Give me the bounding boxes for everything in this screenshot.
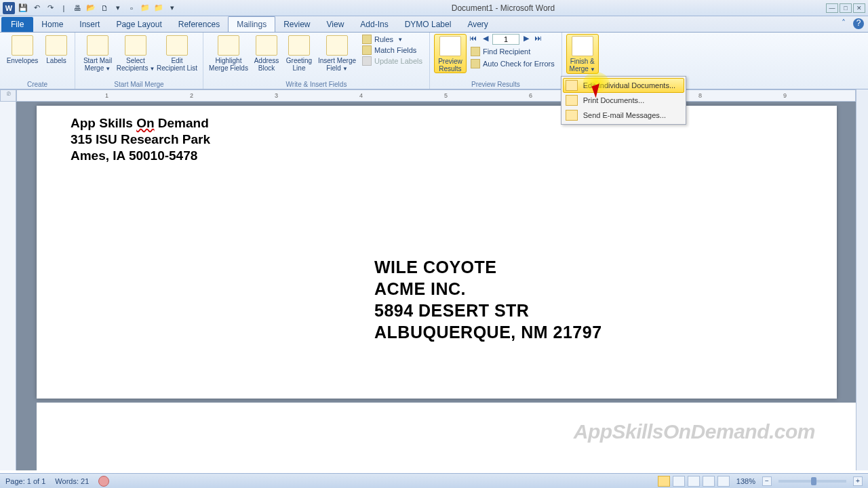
finish-merge-dropdown: Edit Individual Documents... Print Docum… (561, 76, 686, 125)
envelopes-button[interactable]: Envelopes (4, 34, 41, 64)
qat-more1[interactable]: ▾ (113, 3, 123, 14)
first-record-button[interactable]: ⏮ (468, 34, 479, 45)
zoom-in-button[interactable]: + (853, 476, 863, 486)
envelope-page[interactable]: App Skills On Demand 315 ISU Research Pa… (37, 106, 837, 399)
outline-view[interactable] (703, 476, 715, 487)
tab-mailings[interactable]: Mailings (228, 16, 275, 32)
help-icon[interactable]: ? (853, 18, 864, 29)
qat-customize[interactable]: ▾ (167, 3, 178, 14)
start-mail-merge-button[interactable]: Start MailMerge▼ (79, 34, 116, 73)
record-number-input[interactable] (492, 34, 519, 45)
draft-view[interactable] (717, 476, 730, 487)
minimize-button[interactable]: — (826, 3, 838, 13)
new-icon[interactable]: 🗋 (99, 3, 110, 14)
group-create: Envelopes Labels Create (0, 33, 75, 89)
word-count[interactable]: Words: 21 (55, 477, 89, 485)
address-block-button[interactable]: AddressBlock (251, 34, 282, 72)
tab-avery[interactable]: Avery (459, 17, 496, 32)
next-page-area: AppSkillsOnDemand.com (37, 403, 856, 470)
quick-access-toolbar: W 💾 ↶ ↷ | 🖶 📂 🗋 ▾ ▫ 📁 📁 ▾ (0, 2, 180, 14)
tab-view[interactable]: View (319, 17, 353, 32)
undo-icon[interactable]: ↶ (31, 3, 42, 14)
tab-insert[interactable]: Insert (71, 17, 108, 32)
tab-dymo[interactable]: DYMO Label (397, 17, 460, 32)
update-labels-button: Update Labels (359, 56, 425, 66)
folder1-icon[interactable]: 📁 (140, 3, 151, 14)
word-icon: W (3, 2, 15, 14)
status-bar: Page: 1 of 1 Words: 21 138% − + (0, 473, 868, 488)
group-finish: Finish &Merge▼ Edit Individual Documents… (562, 33, 603, 89)
save-icon[interactable]: 💾 (18, 3, 28, 14)
zoom-slider[interactable] (778, 480, 846, 483)
print-documents-item[interactable]: Print Documents... (563, 93, 684, 108)
open-icon[interactable]: 📂 (85, 3, 96, 14)
tab-addins[interactable]: Add-Ins (352, 17, 396, 32)
labels-button[interactable]: Labels (42, 34, 71, 64)
highlight-merge-fields-button[interactable]: HighlightMerge Fields (208, 34, 250, 72)
close-button[interactable]: ✕ (853, 3, 865, 13)
prev-record-button[interactable]: ◀ (480, 34, 491, 45)
greeting-line-button[interactable]: GreetingLine (283, 34, 315, 72)
window-title: Document1 - Microsoft Word (180, 3, 826, 13)
horizontal-ruler[interactable]: 1 2 3 4 5 6 7 8 9 (16, 89, 856, 102)
edit-individual-documents-item[interactable]: Edit Individual Documents... (563, 78, 684, 93)
zoom-out-button[interactable]: − (762, 476, 772, 486)
qat-sep: | (58, 3, 69, 14)
redo-icon[interactable]: ↷ (45, 3, 56, 14)
tab-file[interactable]: File (1, 17, 33, 32)
full-screen-view[interactable] (673, 476, 685, 487)
find-recipient-button[interactable]: Find Recipient (468, 46, 557, 57)
last-record-button[interactable]: ⏭ (533, 34, 544, 45)
vertical-ruler[interactable] (0, 102, 16, 470)
maximize-button[interactable]: □ (840, 3, 852, 13)
edit-recipient-list-button[interactable]: EditRecipient List (155, 34, 199, 72)
window-controls: — □ ✕ (826, 3, 868, 13)
ribbon-tabs: File Home Insert Page Layout References … (0, 16, 868, 33)
qat-more2[interactable]: ▫ (126, 3, 137, 14)
print-icon[interactable]: 🖶 (72, 3, 83, 14)
rules-button[interactable]: Rules▼ (359, 34, 425, 45)
send-email-messages-item[interactable]: Send E-mail Messages... (563, 108, 684, 123)
watermark: AppSkillsOnDemand.com (574, 420, 815, 443)
document-area: App Skills On Demand 315 ISU Research Pa… (16, 102, 856, 470)
minimize-ribbon-icon[interactable]: ˄ (838, 18, 849, 29)
print-layout-view[interactable] (658, 476, 670, 487)
tab-review[interactable]: Review (275, 17, 318, 32)
folder2-icon[interactable]: 📁 (153, 3, 164, 14)
preview-results-button[interactable]: PreviewResults (434, 34, 467, 73)
insert-merge-field-button[interactable]: Insert MergeField▼ (316, 34, 358, 73)
return-address[interactable]: App Skills On Demand 315 ISU Research Pa… (71, 115, 210, 164)
ribbon: Envelopes Labels Create Start MailMerge▼… (0, 33, 868, 89)
next-record-button[interactable]: ▶ (521, 34, 532, 45)
proofing-icon[interactable] (98, 476, 109, 487)
vertical-scrollbar[interactable] (856, 89, 868, 470)
ruler-ticks: 1 2 3 4 5 6 7 8 9 (37, 90, 855, 101)
tab-references[interactable]: References (170, 17, 228, 32)
group-write-insert-fields: HighlightMerge Fields AddressBlock Greet… (203, 33, 430, 89)
match-fields-button[interactable]: Match Fields (359, 45, 425, 56)
finish-merge-button[interactable]: Finish &Merge▼ (566, 34, 599, 74)
auto-check-errors-button[interactable]: Auto Check for Errors (468, 58, 557, 69)
record-navigation: ⏮ ◀ ▶ ⏭ (468, 34, 557, 45)
tab-home[interactable]: Home (33, 17, 71, 32)
zoom-level[interactable]: 138% (736, 477, 755, 485)
group-preview-results: PreviewResults ⏮ ◀ ▶ ⏭ Find Recipient Au… (430, 33, 562, 89)
web-layout-view[interactable] (688, 476, 700, 487)
recipient-address[interactable]: WILE COYOTE ACME INC. 5894 DESERT STR AL… (374, 256, 602, 343)
ruler-corner[interactable]: ⎚ (0, 89, 16, 102)
group-start-mail-merge: Start MailMerge▼ SelectRecipients▼ EditR… (75, 33, 203, 89)
select-recipients-button[interactable]: SelectRecipients▼ (117, 34, 154, 73)
title-bar: W 💾 ↶ ↷ | 🖶 📂 🗋 ▾ ▫ 📁 📁 ▾ Document1 - Mi… (0, 0, 868, 16)
page-status[interactable]: Page: 1 of 1 (5, 477, 45, 485)
tab-page-layout[interactable]: Page Layout (108, 17, 170, 32)
